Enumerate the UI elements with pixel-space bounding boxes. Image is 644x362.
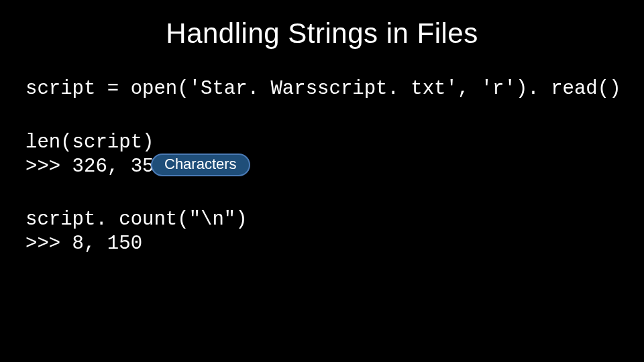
characters-badge: Characters bbox=[151, 154, 250, 176]
slide-title: Handling Strings in Files bbox=[0, 17, 644, 50]
slide: Handling Strings in Files script = open(… bbox=[0, 0, 644, 362]
code-line-open: script = open('Star. Warsscript. txt', '… bbox=[25, 77, 621, 101]
code-block-len: len(script) >>> 326, 359 bbox=[25, 131, 166, 180]
code-block-count: script. count("\n") >>> 8, 150 bbox=[25, 208, 248, 257]
